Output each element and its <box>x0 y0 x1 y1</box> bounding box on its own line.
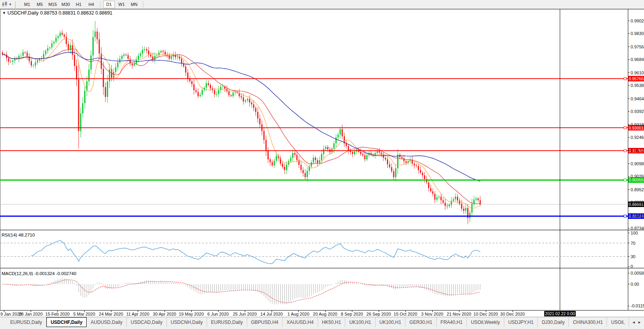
price-axis-tick: 0.89520 <box>631 187 644 192</box>
symbol-tab-bar: EURUSD,DailyUSDCHF,DailyAUDUSD,DailyUSDC… <box>0 317 644 327</box>
event-date-label-text: 2021.02.22 0:00 <box>545 311 575 316</box>
chart-tab-usdchf-daily[interactable]: USDCHF,Daily <box>46 317 87 327</box>
rsi-indicator-label: RSI(14) 48.2710 <box>2 233 35 237</box>
price-axis-tick: 0.95380 <box>631 83 644 88</box>
chart-type-icon[interactable] <box>2 1 9 7</box>
macd-axis-tick: -0.011514 <box>631 303 644 308</box>
level-line-anchor[interactable] <box>624 78 626 80</box>
time-axis-label: 21 Nov 2020 <box>447 312 471 316</box>
timeframe-button-w1[interactable]: W1 <box>116 1 128 8</box>
toolbar-separator <box>143 1 143 8</box>
price-axis-tick: 0.88060 <box>631 213 644 218</box>
chart-tab-uk100-h1[interactable]: UK100,H1 <box>345 317 375 327</box>
rsi-axis-tick: 0 <box>631 264 633 269</box>
chart-tab-audusd-daily[interactable]: AUDUSD,Daily <box>87 317 127 327</box>
timeframe-button-m15[interactable]: M15 <box>46 1 59 8</box>
chart-collapse-icon[interactable]: ▼ <box>2 11 6 15</box>
time-axis-label: 14 Jul 2020 <box>261 312 283 316</box>
time-axis-label: 30 Apr 2020 <box>153 312 176 316</box>
chart-tab-usdcad-daily[interactable]: USDCAD,Daily <box>127 317 167 327</box>
time-axis-label: 5 Mar 2020 <box>73 312 95 316</box>
time-axis-label: 28 Jan 2020 <box>19 312 43 316</box>
macd-indicator-label: MACD(12,26,9) -0.001324 -0.002740 <box>2 271 76 276</box>
time-axis-label: 10 Dec 2020 <box>474 312 498 316</box>
price-axis-tick: 0.88800 <box>631 200 644 205</box>
timeframe-button-m5[interactable]: M5 <box>34 1 46 8</box>
price-axis-tick: 0.96100 <box>631 70 644 75</box>
chart-title-symbol: USDCHF,Daily <box>7 10 39 16</box>
price-axis-tick: 0.91720 <box>631 148 644 153</box>
price-axis-tick: 0.87340 <box>631 226 644 231</box>
tab-scroll-arrows: ◄► <box>629 317 644 327</box>
macd-axis-tick: 0.00 <box>631 282 639 286</box>
chart-canvas[interactable]: 0.957660.930010.917090.900550.880240.886… <box>0 9 644 317</box>
time-axis-label: 19 May 2020 <box>179 312 204 316</box>
toolbar-separator <box>100 1 100 8</box>
time-axis-label: 8 Sep 2020 <box>341 312 363 316</box>
chart-tab-ger30-h1[interactable]: GER30,H1 <box>405 317 437 327</box>
price-axis-tick: 0.93920 <box>631 109 644 114</box>
timeframe-button-mn[interactable]: MN <box>128 1 140 8</box>
price-axis-tick: 0.90980 <box>631 161 644 166</box>
time-axis-label: 26 Sep 2020 <box>366 312 391 316</box>
timeframe-button-d1[interactable]: D1 <box>103 1 115 8</box>
chart-tab-hk50-h1[interactable]: HK50,H1 <box>318 317 346 327</box>
chart-tab-usoil[interactable]: USOil, <box>607 317 629 327</box>
time-axis-label: 1 Aug 2020 <box>287 312 309 316</box>
level-price-label-text: 0.95766 <box>629 76 644 81</box>
level-line-anchor[interactable] <box>624 150 626 152</box>
chart-tab-eurusd-daily[interactable]: EURUSD,Daily <box>207 317 247 327</box>
rsi-axis-tick: 70 <box>631 241 635 246</box>
level-line-anchor[interactable] <box>624 179 626 181</box>
price-axis-tick: 0.99020 <box>631 18 644 23</box>
tab-scroll-right-icon[interactable]: ► <box>638 320 641 324</box>
chart-tab-xauusd-h4[interactable]: XAUUSD,H4 <box>283 317 318 327</box>
timeframe-button-h4[interactable]: H4 <box>85 1 97 8</box>
rsi-axis-tick: 100 <box>631 231 638 235</box>
chart-tab-dj30-daily[interactable]: DJ30,Daily <box>538 317 569 327</box>
chart-tab-usdcnh-daily[interactable]: USDCNH,Daily <box>167 317 207 327</box>
timeframe-buttons: M1M5M15M30H1H4D1W1MN <box>21 0 146 9</box>
level-line-anchor[interactable] <box>624 127 626 129</box>
level-line-anchor[interactable] <box>624 215 626 217</box>
time-axis-label: 15 Feb 2020 <box>45 312 70 316</box>
chart-tab-china300-h1[interactable]: CHINA300,H1 <box>569 317 607 327</box>
price-axis-tick: 0.92460 <box>631 135 644 140</box>
trading-terminal: ▼ M1M5M15M30H1H4D1W1MN 0.957660.930010.9… <box>0 0 644 329</box>
time-axis-label: 24 Mar 2020 <box>99 312 123 316</box>
chart-background <box>0 9 644 317</box>
timeframe-button-h1[interactable]: H1 <box>73 1 85 8</box>
time-axis-label: 25 Jun 2020 <box>233 312 257 316</box>
price-axis-tick: 0.98300 <box>631 31 644 36</box>
time-axis-label: 15 Oct 2020 <box>394 312 417 316</box>
chart-tab-eurusd-daily[interactable]: EURUSD,Daily <box>6 317 46 327</box>
timeframe-button-m1[interactable]: M1 <box>21 1 33 8</box>
price-axis-tick: 0.93180 <box>631 122 644 127</box>
time-axis-label: 11 Apr 2020 <box>126 312 150 316</box>
timeframe-button-m30[interactable]: M30 <box>59 1 72 8</box>
toolbar-grip-handle[interactable] <box>15 2 18 7</box>
price-axis-tick: 0.94640 <box>631 96 644 101</box>
time-axis-label: 20 Aug 2020 <box>313 312 337 316</box>
rsi-axis-tick: 30 <box>631 254 635 259</box>
price-axis-tick: 0.97560 <box>631 44 644 49</box>
price-axis-tick: 0.96840 <box>631 57 644 62</box>
chart-tab-uk100-h1[interactable]: UK100,H1 <box>376 317 405 327</box>
price-axis-tick: 0.90260 <box>631 174 644 179</box>
time-axis-label: 30 Dec 2020 <box>500 312 525 316</box>
timeframe-toolbar: ▼ M1M5M15M30H1H4D1W1MN <box>0 0 644 9</box>
macd-axis-tick: 0.005818 <box>631 271 644 275</box>
chart-tab-gbpusd-h4[interactable]: GBPUSD,H4 <box>247 317 283 327</box>
chart-tab-usdjpy-h1[interactable]: USDJPY,H1 <box>504 317 538 327</box>
chart-tab-fra40-h1[interactable]: FRA40,H1 <box>437 317 467 327</box>
time-axis-label: 6 Jun 2020 <box>207 312 229 316</box>
tab-scroll-left-icon[interactable]: ◄ <box>632 320 635 324</box>
chart-tab-usoil-weekly[interactable]: USOil,Weekly <box>467 317 504 327</box>
time-axis-label: 3 Nov 2020 <box>421 312 443 316</box>
chart-type-dropdown-icon[interactable]: ▼ <box>9 3 12 6</box>
chart-title-ohlc: 0.88753 0.88831 0.88632 0.88691 <box>40 10 113 16</box>
